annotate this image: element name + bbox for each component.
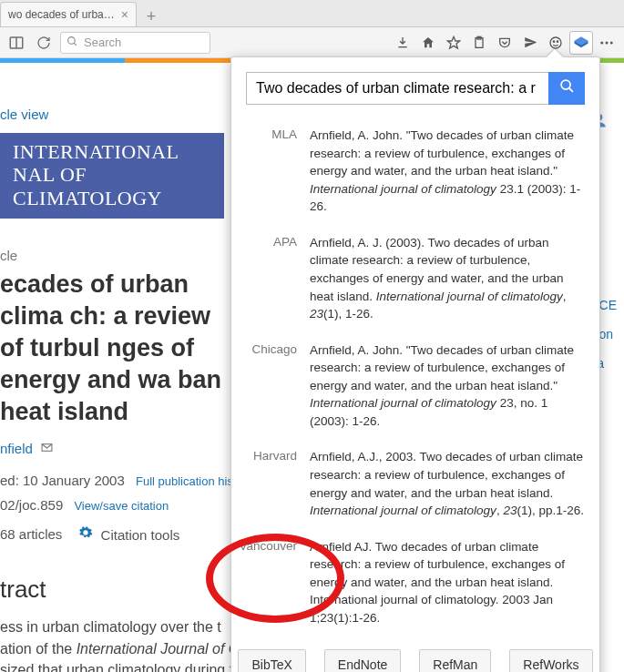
export-bibtex-button[interactable]: BibTeX (238, 649, 305, 673)
svg-rect-4 (398, 46, 406, 47)
downloads-icon[interactable] (391, 31, 414, 55)
home-icon[interactable] (416, 31, 440, 55)
svg-point-9 (553, 41, 554, 42)
bookmark-star-icon[interactable] (442, 31, 465, 55)
browser-tab[interactable]: wo decades of urban clim… × (0, 2, 137, 26)
author-link[interactable]: nfield (0, 441, 33, 456)
citation-list: MLA Arnfield, A. John. "Two decades of u… (231, 117, 599, 636)
pocket-icon[interactable] (493, 31, 517, 55)
reader-view-icon[interactable] (5, 32, 27, 54)
svg-point-18 (561, 80, 570, 89)
citation-tools-link[interactable]: Citation tools (101, 527, 180, 543)
search-placeholder: Search (84, 36, 121, 49)
doi-text: 02/joc.859 (0, 497, 63, 513)
citation-style-chicago[interactable]: Chicago Arnfield, A. John. "Two decades … (231, 332, 599, 440)
banner-line1: INTERNATIONAL (13, 140, 211, 163)
cited-by-count[interactable]: 68 articles (0, 526, 62, 542)
export-row: BibTeX EndNote RefMan RefWorks (231, 636, 599, 673)
reload-icon[interactable] (33, 32, 55, 54)
citation-style-mla[interactable]: MLA Arnfield, A. John. "Two decades of u… (231, 117, 599, 225)
journal-banner: INTERNATIONAL NAL OF CLIMATOLOGY (0, 133, 224, 219)
citation-search-button[interactable] (548, 72, 585, 105)
article-title: ecades of urban clima ch: a review of tu… (0, 269, 224, 428)
svg-point-2 (68, 36, 76, 44)
search-icon (66, 36, 78, 50)
gear-icon (78, 527, 97, 543)
citation-search-input[interactable] (246, 72, 548, 105)
tab-title: wo decades of urban clim… (8, 8, 116, 21)
export-refman-button[interactable]: RefMan (419, 649, 491, 673)
export-endnote-button[interactable]: EndNote (324, 649, 401, 673)
send-icon[interactable] (518, 31, 542, 55)
published-label: ed: (0, 473, 19, 488)
mail-icon[interactable] (40, 442, 54, 456)
export-refworks-button[interactable]: RefWorks (509, 649, 592, 673)
published-date: 10 January 2003 (23, 473, 125, 488)
pub-history-link[interactable]: Full publication hist (136, 474, 237, 488)
clipboard-icon[interactable] (467, 31, 491, 55)
browser-toolbar: Search (0, 27, 624, 58)
new-tab-button[interactable]: + (140, 6, 162, 26)
browser-search-box[interactable]: Search (60, 32, 210, 54)
citation-style-harvard[interactable]: Harvard Arnfield, A.J., 2003. Two decade… (231, 439, 599, 528)
svg-line-3 (74, 43, 77, 46)
tab-strip: wo decades of urban clim… × + (0, 0, 624, 27)
svg-point-8 (550, 37, 561, 48)
zotero-extension-icon[interactable] (569, 31, 593, 55)
citation-style-apa[interactable]: APA Arnfield, A. J. (2003). Two decades … (231, 225, 599, 332)
banner-line2: NAL OF CLIMATOLOGY (13, 163, 211, 209)
citation-popup: MLA Arnfield, A. John. "Two decades of u… (230, 56, 600, 672)
svg-point-14 (606, 41, 609, 44)
svg-point-10 (557, 41, 558, 42)
menu-icon[interactable] (595, 31, 619, 55)
svg-line-19 (568, 88, 572, 92)
citation-style-vancouver[interactable]: Vancouver Arnfield AJ. Two decades of ur… (231, 529, 599, 636)
view-save-citation[interactable]: View/save citation (74, 499, 169, 513)
close-tab-icon[interactable]: × (121, 7, 128, 22)
svg-point-15 (610, 41, 613, 44)
svg-marker-5 (447, 36, 459, 48)
svg-point-13 (600, 41, 603, 44)
